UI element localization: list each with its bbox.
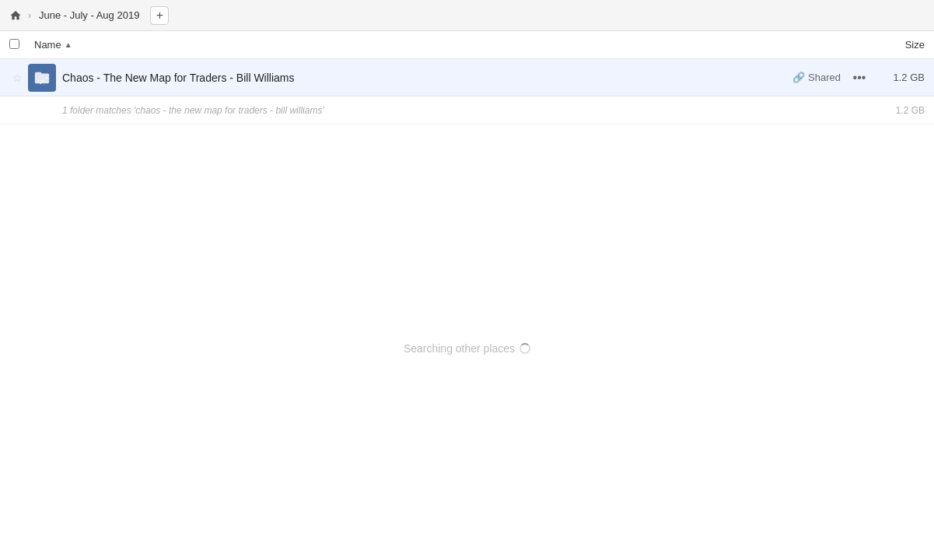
folder-icon-wrapper [28, 64, 56, 92]
searching-text: Searching other places [404, 342, 530, 355]
breadcrumb-bar: › June - July - Aug 2019 + [0, 0, 934, 31]
checkbox-all[interactable] [9, 39, 19, 49]
shared-badge: 🔗 Shared [792, 72, 841, 83]
star-icon[interactable]: ☆ [9, 72, 25, 84]
match-info-row: 1 folder matches 'chaos - the new map fo… [0, 96, 934, 124]
breadcrumb-label[interactable]: June - July - Aug 2019 [34, 8, 144, 23]
folder-icon [28, 64, 56, 92]
breadcrumb-chevron: › [28, 10, 31, 21]
sort-arrow-icon: ▲ [65, 40, 72, 49]
link-icon: 🔗 [792, 72, 805, 83]
name-column-header[interactable]: Name ▲ [34, 39, 878, 51]
match-info-size: 1.2 GB [878, 105, 925, 116]
searching-area: Searching other places [0, 342, 934, 355]
shared-label: Shared [808, 72, 841, 83]
file-size: 1.2 GB [878, 72, 925, 83]
match-info-text: 1 folder matches 'chaos - the new map fo… [62, 105, 878, 116]
file-row[interactable]: ☆ Chaos - The New Map for Traders - Bill… [0, 59, 934, 96]
more-options-button[interactable]: ••• [850, 68, 869, 87]
loading-spinner [519, 343, 530, 354]
select-all-checkbox[interactable] [9, 39, 28, 51]
home-button[interactable] [9, 9, 22, 22]
add-tab-button[interactable]: + [150, 6, 169, 25]
file-name: Chaos - The New Map for Traders - Bill W… [62, 72, 792, 84]
column-headers: Name ▲ Size [0, 31, 934, 59]
size-column-header[interactable]: Size [878, 39, 925, 51]
